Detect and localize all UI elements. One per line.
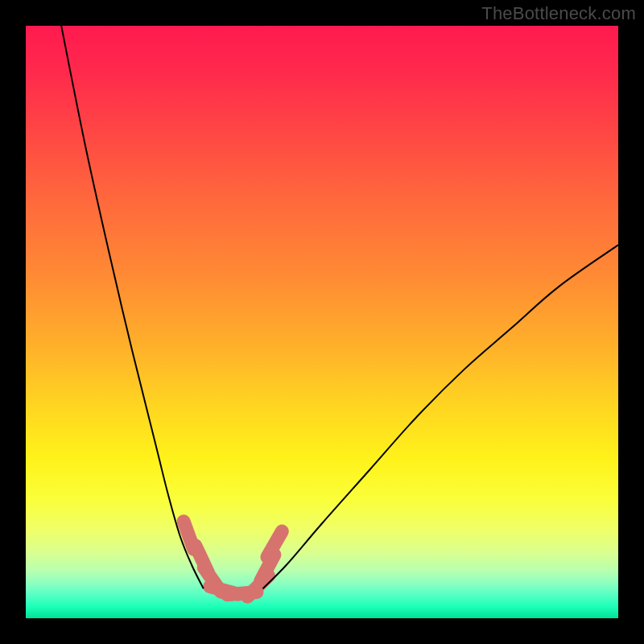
chart-svg [26, 26, 618, 618]
chart-frame: TheBottleneck.com [0, 0, 644, 644]
base-segments-layer [184, 522, 282, 597]
attribution-label: TheBottleneck.com [481, 3, 636, 24]
left-curve [61, 26, 204, 588]
right-curve [262, 245, 618, 588]
chart-plot-area [26, 26, 618, 618]
